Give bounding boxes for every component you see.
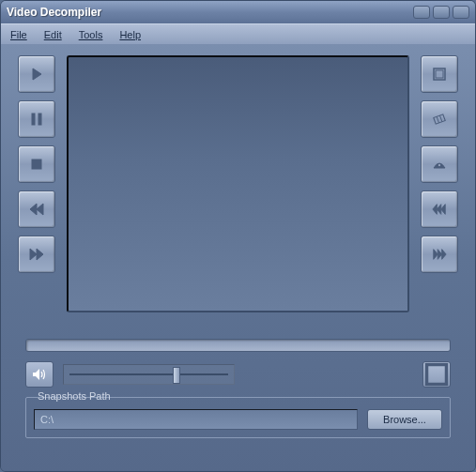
menu-edit[interactable]: Edit (44, 29, 62, 40)
svg-rect-9 (436, 70, 443, 78)
svg-rect-3 (32, 160, 41, 169)
volume-row (25, 361, 451, 388)
close-button[interactable] (453, 6, 469, 19)
svg-marker-14 (433, 205, 437, 215)
snapshots-path-input[interactable] (34, 409, 358, 430)
svg-marker-20 (33, 369, 39, 380)
skip-back-button[interactable] (421, 190, 458, 228)
window-title: Video Decompiler (7, 6, 413, 19)
svg-marker-6 (30, 249, 37, 260)
minimize-button[interactable] (413, 6, 430, 19)
image-capture-button[interactable] (421, 55, 458, 93)
capture-controls-column (421, 55, 458, 312)
svg-rect-21 (427, 365, 447, 385)
browse-button[interactable]: Browse... (367, 409, 442, 430)
stop-button[interactable] (18, 145, 55, 183)
fullscreen-icon (423, 361, 450, 388)
svg-rect-1 (32, 114, 35, 125)
progress-bar[interactable] (25, 339, 451, 352)
rewind-icon (29, 202, 44, 217)
app-window: Video Decompiler File Edit Tools Help (0, 0, 476, 472)
menu-help[interactable]: Help (119, 29, 141, 40)
playback-controls-column (18, 55, 55, 312)
svg-marker-0 (33, 69, 41, 80)
grab-range-button[interactable] (421, 145, 458, 183)
speaker-icon (32, 367, 47, 382)
volume-slider[interactable] (63, 364, 235, 385)
skip-back-icon (432, 202, 447, 217)
skip-forward-button[interactable] (421, 236, 458, 273)
svg-rect-2 (38, 114, 41, 125)
rewind-button[interactable] (18, 190, 55, 228)
video-viewport[interactable] (67, 55, 409, 312)
svg-marker-7 (37, 249, 43, 260)
menu-file[interactable]: File (10, 29, 27, 40)
image-capture-icon (432, 67, 447, 82)
window-controls (413, 6, 469, 19)
maximize-button[interactable] (433, 6, 450, 19)
menubar: File Edit Tools Help (1, 23, 475, 44)
play-button[interactable] (18, 55, 55, 93)
film-capture-button[interactable] (421, 100, 458, 138)
main-row (18, 55, 458, 312)
grab-range-icon (432, 157, 447, 172)
snapshots-legend: Snapshots Path (34, 390, 115, 402)
svg-line-12 (439, 115, 441, 122)
pause-button[interactable] (18, 100, 55, 138)
slider-track (69, 373, 228, 375)
body-area: Snapshots Path Browse... (1, 44, 475, 471)
svg-marker-18 (438, 250, 441, 260)
film-capture-icon (432, 112, 447, 127)
snapshots-row: Browse... (34, 409, 442, 430)
svg-point-13 (438, 164, 441, 167)
svg-rect-10 (434, 114, 445, 124)
stop-icon (29, 157, 44, 172)
pause-icon (29, 112, 44, 127)
svg-marker-4 (30, 204, 37, 215)
svg-marker-17 (434, 250, 438, 260)
svg-marker-16 (441, 205, 445, 215)
fullscreen-button[interactable] (422, 361, 451, 388)
play-icon (29, 67, 44, 82)
skip-forward-icon (432, 247, 447, 262)
slider-thumb[interactable] (173, 367, 180, 384)
menu-tools[interactable]: Tools (79, 29, 103, 40)
fast-forward-icon (29, 247, 44, 262)
browse-label: Browse... (383, 414, 426, 425)
volume-button[interactable] (25, 361, 54, 388)
svg-marker-5 (37, 204, 43, 215)
svg-marker-15 (437, 205, 440, 215)
svg-line-11 (437, 116, 438, 123)
titlebar: Video Decompiler (1, 1, 475, 23)
fast-forward-button[interactable] (18, 236, 55, 273)
svg-marker-19 (442, 250, 446, 260)
snapshots-path-group: Snapshots Path Browse... (25, 397, 451, 438)
